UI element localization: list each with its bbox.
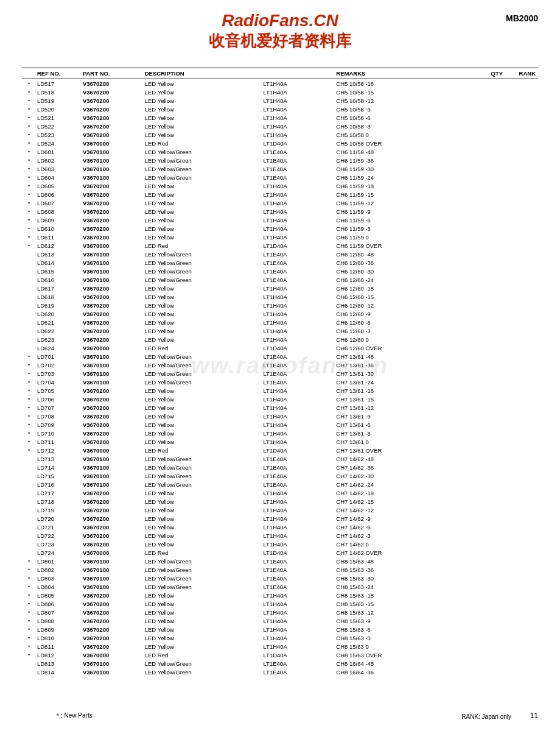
row-remarks: CH7 14/62 -36 [334,463,480,471]
row-rank [505,651,538,659]
row-star: * [22,139,35,147]
row-part: V3670000 [80,139,142,147]
row-star: * [22,608,35,616]
row-ref: LD807 [35,608,80,616]
row-star: * [22,403,35,412]
row-part: V3670200 [80,88,142,96]
row-part: V3670000 [80,446,142,454]
table-row: *LD708V3670200LED YellowLT1H40ACH7 13/61… [22,412,538,420]
table-row: *LD807V3670200LED YellowLT1H40ACH8 15/63… [22,608,538,616]
table-row: *LD612V3670000LED RedLT1D40ACH6 11/59 OV… [22,241,538,250]
row-star [22,668,35,676]
row-star [22,454,35,463]
row-part: V3670200 [80,395,142,403]
row-remarks: CH5 10/58 -6 [334,113,480,122]
col-header-star [22,68,35,79]
row-qty [480,88,505,96]
row-qty [480,429,505,437]
row-part: V3670200 [80,540,142,548]
row-remarks: CH7 13/61 0 [334,437,480,446]
row-remarks: CH6 12/60 -6 [334,318,480,327]
table-row: *LD517V3670200LED YellowLT1H40ACH5 10/58… [22,79,538,88]
row-ref: LD709 [35,420,80,429]
row-star: * [22,616,35,625]
row-part: V3670100 [80,352,142,361]
row-qty [480,506,505,514]
row-ref: LD723 [35,540,80,548]
row-ref: LD716 [35,480,80,489]
row-ref: LD806 [35,599,80,608]
row-code: LT1H40A [261,506,334,514]
row-remarks: CH6 11/59 -36 [334,156,480,164]
row-remarks: CH8 15/63 OVER [334,651,480,659]
row-remarks: CH7 14/62 -30 [334,471,480,480]
row-star [22,301,35,309]
row-remarks: CH7 14/62 -12 [334,506,480,514]
row-remarks: CH7 13/61 OVER [334,446,480,454]
row-qty [480,616,505,625]
row-star [22,284,35,292]
row-part: V3670000 [80,548,142,557]
table-row: *LD518V3670200LED YellowLT1H40ACH5 10/58… [22,88,538,96]
row-qty [480,327,505,335]
row-remarks: CH6 11/59 -30 [334,164,480,173]
row-ref: LD522 [35,122,80,130]
row-star [22,480,35,489]
row-qty [480,250,505,258]
row-star [22,309,35,318]
row-remarks: CH7 13/61 -18 [334,386,480,395]
row-qty [480,369,505,378]
row-rank [505,335,538,344]
table-row: *LD809V3670200LED YellowLT1H40ACH8 15/63… [22,625,538,634]
row-remarks: CH7 13/61 -24 [334,378,480,386]
row-code: LT1H40A [261,625,334,634]
row-remarks: CH6 12/60 -30 [334,267,480,275]
row-qty [480,642,505,651]
row-desc: LED Yellow [142,292,261,301]
row-code: LT1H40A [261,540,334,548]
row-remarks: CH6 12/60 -9 [334,309,480,318]
row-remarks: CH6 12/60 -3 [334,327,480,335]
row-part: V3670200 [80,182,142,190]
row-desc: LED Yellow/Green [142,361,261,369]
row-ref: LD610 [35,224,80,233]
row-part: V3670200 [80,199,142,207]
row-rank [505,309,538,318]
row-rank [505,164,538,173]
row-qty [480,531,505,540]
row-desc: LED Yellow/Green [142,659,261,668]
row-part: V3670200 [80,284,142,292]
row-remarks: CH6 11/59 0 [334,233,480,241]
row-remarks: CH7 13/61 -15 [334,395,480,403]
row-code: LT1H40A [261,190,334,199]
row-qty [480,309,505,318]
row-code: LT1E40A [261,156,334,164]
row-desc: LED Red [142,241,261,250]
row-qty [480,497,505,506]
row-code: LT1D40A [261,651,334,659]
row-desc: LED Yellow [142,199,261,207]
row-code: LT1H40A [261,531,334,540]
row-code: LT1H40A [261,216,334,224]
row-code: LT1E40A [261,582,334,591]
row-remarks: CH6 11/59 -6 [334,216,480,224]
row-star: * [22,386,35,395]
row-part: V3670200 [80,420,142,429]
table-row: *LD804V3670100LED Yellow/GreenLT1E40ACH8… [22,582,538,591]
row-remarks: CH8 16/64 -48 [334,659,480,668]
row-star [22,258,35,267]
row-code: LT1H40A [261,514,334,523]
table-row: LD813V3670100LED Yellow/GreenLT1E40ACH8 … [22,659,538,668]
row-qty [480,659,505,668]
row-star: * [22,412,35,420]
row-ref: LD814 [35,668,80,676]
row-desc: LED Yellow [142,207,261,216]
row-remarks: CH7 14/62 -6 [334,523,480,531]
row-rank [505,565,538,574]
table-row: *LD701V3670100LED Yellow/GreenLT1E40ACH7… [22,352,538,361]
table-row: LD619V3670200LED YellowLT1H40ACH6 12/60 … [22,301,538,309]
row-star: * [22,352,35,361]
row-part: V3670200 [80,591,142,599]
row-code: LT1D40A [261,139,334,147]
row-star: * [22,241,35,250]
